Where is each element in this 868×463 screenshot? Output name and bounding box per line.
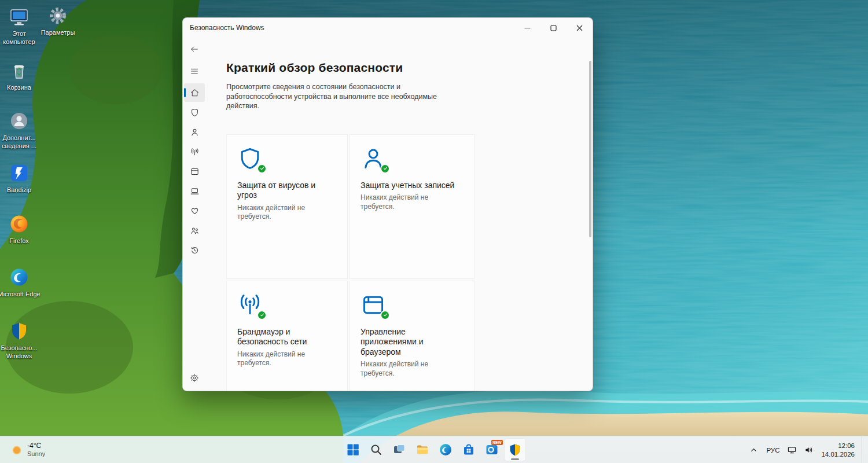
volume-button[interactable] — [801, 440, 816, 461]
nav-item-protection-history[interactable] — [184, 241, 205, 259]
home-icon — [190, 88, 200, 98]
edge-button[interactable] — [435, 438, 457, 461]
card-title: Управление приложениями и браузером — [361, 327, 464, 358]
search-icon — [369, 443, 383, 457]
window-body: Краткий обзор безопасности Просмотрите с… — [183, 38, 593, 391]
card-title: Защита от вирусов и угроз — [237, 181, 337, 201]
back-button[interactable] — [186, 41, 203, 57]
laptop-icon — [190, 186, 200, 196]
desktop-icon-label: Bandizip — [7, 186, 31, 194]
security-shield-icon — [508, 443, 522, 457]
chevron-up-icon — [749, 446, 758, 454]
task-view-icon — [392, 443, 406, 457]
desktop-icon-bandizip[interactable]: Bandizip — [0, 162, 41, 194]
card-account-protection[interactable]: Защита учетных записей Никаких действий … — [350, 134, 475, 279]
tray-date: 14.01.2026 — [821, 450, 855, 458]
nav-item-app-browser-control[interactable] — [184, 162, 205, 181]
recycle-bin-icon — [8, 60, 30, 82]
clock[interactable]: 12:06 14.01.2026 — [818, 442, 859, 458]
card-title: Защита учетных записей — [361, 181, 464, 191]
weather-condition: Sunny — [27, 450, 45, 458]
nav-item-account-protection[interactable] — [184, 123, 205, 141]
scrollbar-thumb[interactable] — [589, 61, 591, 237]
nav-item-family-options[interactable] — [184, 221, 205, 240]
nav-item-home[interactable] — [184, 83, 205, 102]
main-content: Краткий обзор безопасности Просмотрите с… — [206, 38, 593, 391]
nav-item-firewall-network-protection[interactable] — [184, 142, 205, 161]
desktop-icon-label: Параметры — [41, 29, 75, 37]
card-firewall-network-protection[interactable]: Брандмауэр и безопасность сети Никаких д… — [226, 281, 348, 391]
scrollbar[interactable] — [589, 61, 591, 387]
gear-icon — [190, 373, 199, 383]
additional-info-icon — [8, 110, 30, 132]
person-icon — [361, 146, 387, 172]
nav-item-device-security[interactable] — [184, 182, 205, 200]
taskbar-center: NEW — [342, 438, 526, 461]
desktop-icon-label: Корзина — [7, 84, 31, 92]
this-pc-icon — [8, 6, 30, 28]
window-controls — [514, 18, 593, 38]
card-status: Никаких действий не требуется. — [361, 193, 464, 211]
card-app-browser-control[interactable]: Управление приложениями и браузером Ника… — [350, 281, 475, 391]
desktop-icon-label: Безопасно... Windows — [0, 344, 41, 361]
network-button[interactable] — [785, 440, 799, 461]
language-indicator[interactable]: РУС — [763, 440, 782, 461]
app-window-icon — [361, 292, 387, 319]
desktop-icon-label: Дополнит... сведения ... — [0, 134, 41, 150]
microsoft-store-button[interactable] — [458, 438, 480, 461]
minimize-button[interactable] — [514, 18, 540, 38]
file-explorer-button[interactable] — [411, 438, 433, 461]
navigation-rail — [183, 38, 206, 391]
desktop-icon-microsoft-edge[interactable]: Microsoft Edge — [0, 266, 41, 299]
desktop-icon-label: Этот компьютер — [0, 30, 41, 46]
settings-button[interactable] — [186, 370, 203, 386]
nav-item-device-performance-health[interactable] — [184, 201, 205, 220]
status-ok-badge — [257, 310, 267, 320]
close-button[interactable] — [567, 18, 593, 38]
show-desktop-button[interactable] — [862, 436, 865, 463]
status-ok-badge — [380, 164, 390, 174]
system-tray: РУС 12:06 14.01.2026 — [746, 436, 865, 463]
titlebar[interactable]: Безопасность Windows — [183, 18, 593, 38]
folder-icon — [415, 443, 429, 457]
status-ok-badge — [380, 310, 390, 320]
start-button[interactable] — [342, 438, 364, 461]
desktop-icon-this-pc[interactable]: Этот компьютер — [0, 6, 41, 46]
outlook-new-button[interactable]: NEW — [481, 438, 503, 461]
wireless-icon — [190, 147, 200, 157]
taskbar: -4°C Sunny NEW — [0, 436, 868, 463]
shield-icon — [190, 108, 200, 117]
card-virus-threat-protection[interactable]: Защита от вирусов и угроз Никаких действ… — [226, 134, 348, 279]
wireless-icon — [237, 292, 264, 319]
card-status: Никаких действий не требуется. — [237, 204, 337, 222]
page-title: Краткий обзор безопасности — [226, 61, 569, 75]
edge-icon — [439, 443, 453, 457]
tray-chevron-button[interactable] — [746, 440, 761, 461]
new-badge: NEW — [491, 440, 503, 445]
tray-time: 12:06 — [838, 442, 855, 450]
card-status: Никаких действий не требуется. — [237, 350, 337, 368]
search-button[interactable] — [365, 438, 387, 461]
nav-item-virus-threat-protection[interactable] — [184, 103, 205, 122]
desktop-icon-settings[interactable]: Параметры — [36, 5, 79, 37]
firefox-icon — [8, 213, 30, 235]
desktop-icon-recycle-bin[interactable]: Корзина — [0, 60, 41, 92]
settings-gear-icon — [47, 5, 69, 27]
desktop-icon-additional-info[interactable]: Дополнит... сведения ... — [0, 110, 41, 150]
status-ok-badge — [257, 164, 267, 174]
widgets-weather-button[interactable]: -4°C Sunny — [6, 436, 50, 463]
windows-security-taskbar-button[interactable] — [504, 438, 526, 461]
bandizip-icon — [8, 162, 30, 184]
menu-toggle-button[interactable] — [186, 63, 203, 79]
weather-temperature: -4°C — [27, 442, 45, 450]
history-clock-icon — [190, 245, 200, 255]
edge-icon — [8, 266, 30, 288]
person-icon — [190, 127, 200, 137]
desktop-icon-windows-security[interactable]: Безопасно... Windows — [0, 320, 41, 361]
maximize-button[interactable] — [540, 18, 567, 38]
desktop-icon-label: Firefox — [9, 237, 29, 245]
store-icon — [462, 443, 476, 457]
task-view-button[interactable] — [388, 438, 410, 461]
desktop-icon-firefox[interactable]: Firefox — [0, 213, 41, 245]
desktop-icon-label: Microsoft Edge — [0, 291, 41, 299]
